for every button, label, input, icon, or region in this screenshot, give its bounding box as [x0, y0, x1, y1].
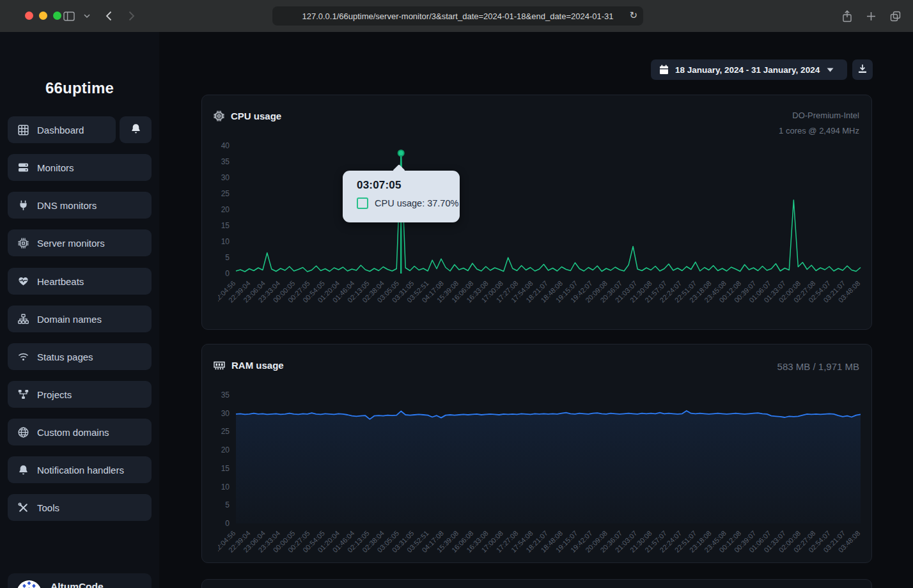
- globe-icon: [18, 427, 29, 438]
- svg-text:35: 35: [221, 391, 230, 399]
- ram-chart-svg: 0510152025303522:04:5622:39:0423:06:0423…: [218, 389, 864, 575]
- browser-titlebar: 127.0.0.1/66uptime/server-monitor/3&star…: [0, 0, 913, 33]
- ram-card-title-text: RAM usage: [231, 360, 284, 371]
- svg-text:25: 25: [221, 427, 230, 436]
- zoom-window-button[interactable]: [53, 12, 61, 20]
- sidebar-item-custom-domains[interactable]: Custom domains: [8, 419, 152, 445]
- sidebar-toggle-icon[interactable]: [61, 9, 77, 23]
- svg-text:5: 5: [225, 253, 230, 262]
- reload-icon[interactable]: ↻: [629, 10, 637, 21]
- cpu-chart[interactable]: 051015202530354022:04:5622:39:0423:06:04…: [218, 140, 864, 325]
- sidebar-item-label: Tools: [37, 502, 59, 513]
- sidebar-item-dashboard[interactable]: Dashboard: [8, 116, 116, 143]
- svg-text:5: 5: [225, 500, 230, 509]
- server-cores-label: 1 cores @ 2,494 MHz: [779, 123, 859, 139]
- sidebar: 66uptime DashboardMonitorsDNS monitorsSe…: [0, 32, 160, 588]
- close-window-button[interactable]: [25, 12, 33, 20]
- cpu-card-title-text: CPU usage: [231, 111, 281, 121]
- server-plan-label: DO-Premium-Intel: [779, 108, 859, 123]
- sidebar-item-label: Custom domains: [37, 427, 109, 438]
- cpu-card-meta: DO-Premium-Intel 1 cores @ 2,494 MHz: [779, 108, 859, 139]
- calendar-icon: [659, 65, 669, 75]
- sidebar-item-label: Projects: [37, 389, 72, 400]
- svg-text:30: 30: [221, 409, 230, 418]
- sitemap-icon: [18, 314, 29, 324]
- avatar: [17, 580, 42, 588]
- svg-text:10: 10: [221, 237, 230, 246]
- svg-text:15: 15: [221, 221, 230, 230]
- app-logo: 66uptime: [0, 79, 159, 97]
- browser-window: 127.0.0.1/66uptime/server-monitor/3&star…: [0, 0, 913, 588]
- sidebar-item-label: Notification handlers: [37, 465, 124, 476]
- sidebar-item-label: Monitors: [37, 162, 74, 173]
- sidebar-item-domain-names[interactable]: Domain names: [8, 306, 152, 332]
- ram-chart[interactable]: 0510152025303522:04:5622:39:0423:06:0423…: [218, 389, 864, 575]
- server-stack-icon: [18, 162, 29, 173]
- sidebar-item-label: Server monitors: [37, 238, 105, 249]
- sidebar-item-label: Status pages: [37, 352, 93, 362]
- svg-text:0: 0: [225, 269, 230, 278]
- svg-text:30: 30: [221, 173, 230, 182]
- date-range-picker[interactable]: 18 January, 2024 - 31 January, 2024: [651, 59, 847, 80]
- share-icon[interactable]: [839, 9, 855, 23]
- tooltip-value: CPU usage: 37.70%: [375, 198, 458, 208]
- chevron-down-icon[interactable]: [79, 9, 95, 23]
- user-name: AltumCode: [51, 581, 104, 588]
- wifi-icon: [18, 352, 29, 361]
- svg-text:35: 35: [221, 157, 230, 166]
- svg-text:10: 10: [221, 483, 230, 491]
- svg-text:20: 20: [221, 205, 230, 214]
- chart-tooltip: 03:07:05 CPU usage: 37.70%: [343, 171, 460, 222]
- ram-card-title: RAM usage: [214, 360, 284, 371]
- bell-icon: [131, 123, 141, 137]
- tab-overview-icon[interactable]: [887, 9, 903, 23]
- ram-usage-card: RAM usage 583 MB / 1,971 MB 051015202530…: [201, 344, 872, 563]
- bell-icon: [18, 465, 29, 476]
- address-bar[interactable]: 127.0.0.1/66uptime/server-monitor/3&star…: [272, 6, 643, 26]
- download-report-button[interactable]: [852, 59, 873, 80]
- sidebar-item-label: Dashboard: [37, 125, 84, 135]
- date-range-label: 18 January, 2024 - 31 January, 2024: [675, 65, 820, 75]
- svg-text:25: 25: [221, 189, 230, 198]
- sidebar-item-notification-handlers[interactable]: Notification handlers: [8, 456, 152, 483]
- tooltip-time: 03:07:05: [357, 179, 460, 192]
- notifications-button[interactable]: [120, 116, 152, 143]
- caret-down-icon: [827, 68, 834, 72]
- svg-text:20: 20: [221, 445, 230, 454]
- main-content: 18 January, 2024 - 31 January, 2024 CPU …: [159, 32, 913, 588]
- tooltip-series-swatch: [357, 197, 368, 209]
- sidebar-item-projects[interactable]: Projects: [8, 381, 152, 408]
- svg-text:0: 0: [225, 519, 230, 528]
- sidebar-item-heartbeats[interactable]: Heartbeats: [8, 268, 152, 295]
- grid-icon: [18, 125, 29, 135]
- nodes-icon: [18, 389, 29, 399]
- sidebar-item-label: DNS monitors: [37, 200, 97, 211]
- ram-card-meta: 583 MB / 1,971 MB: [777, 359, 859, 375]
- tools-icon: [18, 502, 29, 513]
- download-icon: [858, 64, 867, 76]
- cpu-usage-card: CPU usage DO-Premium-Intel 1 cores @ 2,4…: [201, 95, 872, 330]
- sidebar-item-status-pages[interactable]: Status pages: [8, 343, 152, 370]
- cpu-icon: [18, 238, 29, 249]
- minimize-window-button[interactable]: [39, 12, 47, 20]
- heartbeat-icon: [18, 276, 29, 286]
- next-card-partial: [201, 579, 872, 588]
- cpu-card-title: CPU usage: [214, 111, 281, 121]
- svg-text:40: 40: [221, 141, 230, 150]
- url-text: 127.0.0.1/66uptime/server-monitor/3&star…: [302, 12, 613, 21]
- sidebar-item-label: Heartbeats: [37, 276, 84, 287]
- sidebar-item-label: Domain names: [37, 314, 102, 325]
- forward-button[interactable]: [124, 9, 139, 23]
- chip-icon: [214, 111, 224, 121]
- plug-icon: [18, 200, 29, 211]
- new-tab-icon[interactable]: [863, 9, 878, 23]
- sidebar-item-dns-monitors[interactable]: DNS monitors: [8, 192, 152, 219]
- sidebar-item-monitors[interactable]: Monitors: [8, 154, 152, 181]
- memory-icon: [214, 360, 225, 370]
- cpu-chart-svg: 051015202530354022:04:5622:39:0423:06:04…: [218, 140, 864, 325]
- sidebar-item-tools[interactable]: Tools: [8, 494, 152, 521]
- user-profile[interactable]: AltumCode hey@altum.dev: [8, 573, 152, 588]
- sidebar-item-server-monitors[interactable]: Server monitors: [8, 229, 152, 256]
- back-button[interactable]: [101, 9, 116, 23]
- svg-text:15: 15: [221, 464, 230, 473]
